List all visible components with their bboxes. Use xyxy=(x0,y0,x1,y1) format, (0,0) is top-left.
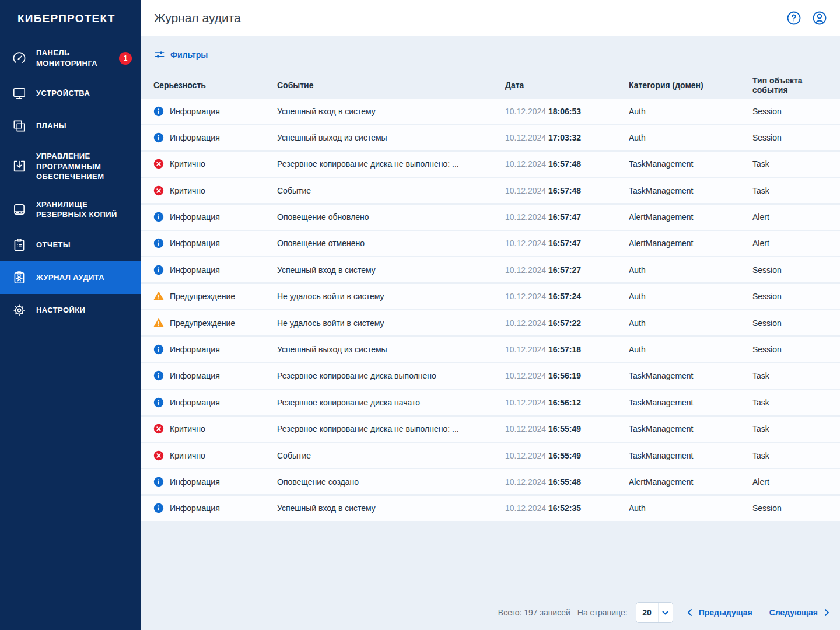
date-cell: 10.12.2024 16:52:35 xyxy=(505,503,629,513)
date-cell: 10.12.2024 16:56:12 xyxy=(505,398,629,407)
severity-cell: Предупреждение xyxy=(153,318,277,328)
table-row[interactable]: Критично Событие 10.12.2024 16:55:49 Tas… xyxy=(141,443,840,468)
date-value: 10.12.2024 xyxy=(505,133,546,142)
severity-label: Информация xyxy=(170,212,220,222)
previous-page-button[interactable]: Предыдущая xyxy=(686,608,752,617)
sidebar-nav: ПАНЕЛЬ МОНИТОРИНГА 1 УСТРОЙСТВА ПЛАНЫ УП… xyxy=(0,39,141,327)
time-value: 16:57:47 xyxy=(548,212,581,222)
severity-cell: Информация xyxy=(153,344,277,355)
table-row[interactable]: Информация Успешный вход в систему 10.12… xyxy=(141,257,840,282)
object-type-cell: Alert xyxy=(752,212,835,222)
filter-sliders-icon xyxy=(154,49,165,60)
severity-cell: Информация xyxy=(153,370,277,381)
severity-label: Информация xyxy=(170,371,220,380)
category-cell: TaskManagement xyxy=(629,424,752,433)
sidebar-item-label: ПАНЕЛЬ МОНИТОРИНГА xyxy=(36,48,124,68)
main-area: Журнал аудита xyxy=(141,0,840,630)
info-icon xyxy=(153,344,164,355)
object-type-cell: Session xyxy=(752,345,835,354)
table-row[interactable]: Информация Успешный вход в систему 10.12… xyxy=(141,496,840,521)
table-row[interactable]: Информация Успешный выход из системы 10.… xyxy=(141,125,840,150)
help-icon[interactable] xyxy=(786,10,802,26)
table-row[interactable]: Критично Резервное копирование диска не … xyxy=(141,416,840,442)
date-cell: 10.12.2024 16:57:48 xyxy=(505,159,629,169)
severity-cell: Информация xyxy=(153,238,277,249)
severity-cell: Информация xyxy=(153,132,277,143)
account-icon[interactable] xyxy=(812,10,827,26)
table-row[interactable]: Предупреждение Не удалось войти в систем… xyxy=(141,284,840,309)
sidebar-item-audit-log[interactable]: ЖУРНАЛ АУДИТА xyxy=(0,261,141,294)
table-row[interactable]: Информация Успешный вход в систему 10.12… xyxy=(141,99,840,124)
sidebar-item-plans[interactable]: ПЛАНЫ xyxy=(0,110,141,142)
column-header-object-type[interactable]: Тип объекта события xyxy=(752,76,835,94)
event-cell: Резервное копирование диска начато xyxy=(277,398,505,407)
category-cell: Auth xyxy=(629,503,752,513)
time-value: 16:57:27 xyxy=(548,265,581,275)
time-value: 16:57:47 xyxy=(548,239,581,248)
date-cell: 10.12.2024 16:57:22 xyxy=(505,318,629,328)
sidebar-item-software-management[interactable]: УПРАВЛЕНИЕ ПРОГРАММНЫМ ОБЕСПЕЧЕНИЕМ xyxy=(0,142,141,191)
backup-storage-icon xyxy=(12,202,27,217)
severity-cell: Критично xyxy=(153,159,277,169)
object-type-cell: Task xyxy=(752,371,835,380)
table-header: Серьезность Событие Дата Категория (доме… xyxy=(141,72,840,99)
event-cell: Успешный выход из системы xyxy=(277,133,505,142)
table-row[interactable]: Предупреждение Не удалось войти в систем… xyxy=(141,310,840,335)
chevron-down-icon xyxy=(659,610,673,616)
table-row[interactable]: Критично Резервное копирование диска не … xyxy=(141,152,840,177)
date-cell: 10.12.2024 16:56:19 xyxy=(505,371,629,380)
column-header-severity[interactable]: Серьезность xyxy=(153,80,277,90)
column-header-category[interactable]: Категория (домен) xyxy=(629,80,752,90)
time-value: 16:57:24 xyxy=(548,292,581,301)
severity-label: Предупреждение xyxy=(170,292,235,301)
sidebar-item-settings[interactable]: НАСТРОЙКИ xyxy=(0,294,141,327)
time-value: 16:55:49 xyxy=(548,424,581,433)
date-cell: 10.12.2024 18:06:53 xyxy=(505,107,629,116)
category-cell: TaskManagement xyxy=(629,451,752,460)
severity-cell: Критично xyxy=(153,424,277,434)
severity-cell: Предупреждение xyxy=(153,291,277,302)
time-value: 16:57:48 xyxy=(548,186,581,195)
info-icon xyxy=(153,238,164,249)
pager-links: Предыдущая Следующая xyxy=(686,607,831,618)
warning-icon xyxy=(153,318,164,328)
sidebar-item-backup-storage[interactable]: ХРАНИЛИЩЕ РЕЗЕРВНЫХ КОПИЙ xyxy=(0,191,141,229)
object-type-cell: Task xyxy=(752,159,835,169)
severity-label: Информация xyxy=(170,398,220,407)
sidebar-item-monitoring[interactable]: ПАНЕЛЬ МОНИТОРИНГА 1 xyxy=(0,39,141,77)
sidebar-item-label: ХРАНИЛИЩЕ РЕЗЕРВНЫХ КОПИЙ xyxy=(36,200,124,220)
notification-badge: 1 xyxy=(119,52,132,65)
table-row[interactable]: Информация Оповещение отменено 10.12.202… xyxy=(141,231,840,256)
sidebar-item-reports[interactable]: ОТЧЕТЫ xyxy=(0,229,141,261)
filters-label: Фильтры xyxy=(170,50,208,60)
sidebar-item-devices[interactable]: УСТРОЙСТВА xyxy=(0,77,141,110)
filters-button[interactable]: Фильтры xyxy=(154,49,208,60)
info-icon xyxy=(153,477,164,487)
time-value: 16:56:12 xyxy=(548,398,581,407)
next-page-button[interactable]: Следующая xyxy=(769,608,831,617)
table-row[interactable]: Критично Событие 10.12.2024 16:57:48 Tas… xyxy=(141,178,840,203)
info-icon xyxy=(153,212,164,222)
table-row[interactable]: Информация Резервное копирование диска в… xyxy=(141,363,840,388)
event-cell: Успешный вход в систему xyxy=(277,503,505,513)
date-value: 10.12.2024 xyxy=(505,159,546,169)
time-value: 16:55:49 xyxy=(548,451,581,460)
table-row[interactable]: Информация Резервное копирование диска н… xyxy=(141,390,840,415)
column-header-event[interactable]: Событие xyxy=(277,80,505,90)
column-header-date[interactable]: Дата xyxy=(505,80,629,90)
date-cell: 10.12.2024 16:57:27 xyxy=(505,265,629,275)
warning-icon xyxy=(153,291,164,302)
per-page-select[interactable]: 20 xyxy=(636,602,673,623)
severity-label: Предупреждение xyxy=(170,318,235,328)
sidebar-item-label: УСТРОЙСТВА xyxy=(36,88,90,99)
severity-label: Критично xyxy=(170,186,205,195)
info-icon xyxy=(153,503,164,513)
table-row[interactable]: Информация Оповещение создано 10.12.2024… xyxy=(141,469,840,494)
object-type-cell: Alert xyxy=(752,477,835,487)
table-row[interactable]: Информация Успешный выход из системы 10.… xyxy=(141,337,840,362)
event-cell: Успешный выход из системы xyxy=(277,345,505,354)
table-row[interactable]: Информация Оповещение обновлено 10.12.20… xyxy=(141,205,840,230)
event-cell: Резервное копирование диска выполнено xyxy=(277,371,505,380)
topbar: Журнал аудита xyxy=(141,0,840,36)
event-cell: Оповещение обновлено xyxy=(277,212,505,222)
